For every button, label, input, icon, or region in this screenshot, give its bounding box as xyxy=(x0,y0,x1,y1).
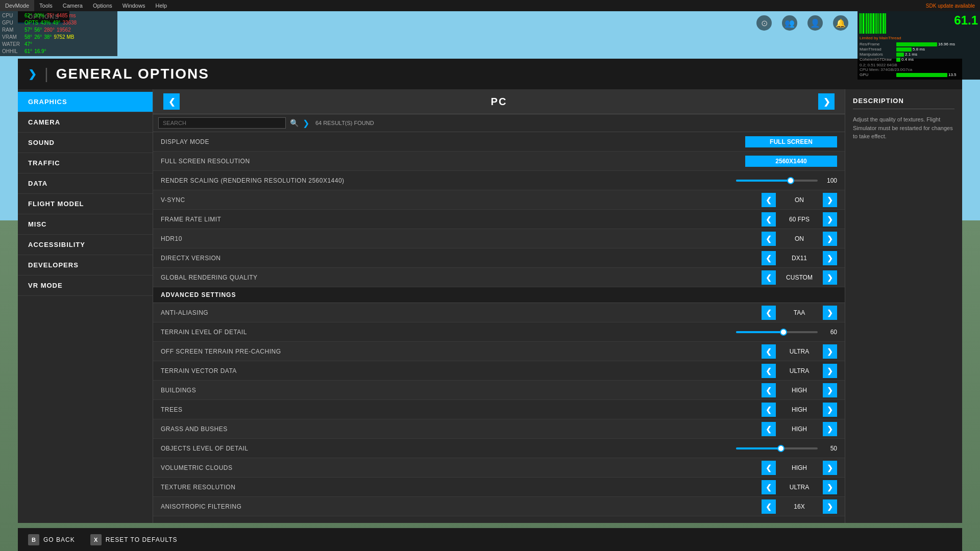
volumetric-clouds-next-button[interactable]: ❯ xyxy=(823,461,837,475)
volumetric-clouds-prev-button[interactable]: ❮ xyxy=(762,461,776,475)
offscreen-terrain-label: OFF SCREEN TERRAIN PRE-CACHING xyxy=(161,348,735,355)
texture-res-next-button[interactable]: ❯ xyxy=(823,480,837,494)
fullscreen-res-value[interactable]: 2560X1440 xyxy=(745,156,837,167)
search-icon: 🔍 xyxy=(290,119,299,127)
hdr10-next-button[interactable]: ❯ xyxy=(823,232,837,246)
advanced-settings-header: ADVANCED SETTINGS xyxy=(153,287,845,303)
offscreen-terrain-next-button[interactable]: ❯ xyxy=(823,344,837,359)
grass-prev-button[interactable]: ❮ xyxy=(762,422,776,436)
sidebar-item-developers[interactable]: DEVELOPERS xyxy=(18,255,153,276)
global-render-prev-button[interactable]: ❮ xyxy=(762,270,776,285)
grass-control: ❮ HIGH ❯ xyxy=(735,422,837,436)
texture-res-prev-button[interactable]: ❮ xyxy=(762,480,776,494)
render-scaling-thumb[interactable] xyxy=(787,177,794,184)
setting-objects-lod: OBJECTS LEVEL OF DETAIL 50 xyxy=(153,439,845,458)
fps-display: 61.1 xyxy=(954,13,978,28)
menu-windows[interactable]: Windows xyxy=(117,0,151,11)
offscreen-terrain-value: ULTRA xyxy=(779,348,820,355)
render-scaling-label: RENDER SCALING (RENDERING RESOLUTION 256… xyxy=(161,177,725,184)
menu-help[interactable]: Help xyxy=(150,0,172,11)
objects-lod-thumb[interactable] xyxy=(777,445,785,452)
buildings-next-button[interactable]: ❯ xyxy=(823,383,837,397)
search-input[interactable] xyxy=(158,117,286,129)
render-scaling-track[interactable] xyxy=(736,180,818,182)
frame-rate-control: ❮ 60 FPS ❯ xyxy=(735,212,837,227)
buildings-value: HIGH xyxy=(779,387,820,394)
platform-next-button[interactable]: ❯ xyxy=(818,93,835,110)
hdr10-prev-button[interactable]: ❮ xyxy=(762,232,776,246)
reset-defaults-label: RESET TO DEFAULTS xyxy=(106,536,178,543)
fullscreen-res-label: FULL SCREEN RESOLUTION xyxy=(161,158,735,165)
sidebar-item-flight-model[interactable]: FLIGHT MODEL xyxy=(18,194,153,214)
objects-lod-fill xyxy=(736,447,781,449)
menu-tools[interactable]: Tools xyxy=(34,0,58,11)
trees-control: ❮ HIGH ❯ xyxy=(735,403,837,417)
sidebar-item-sound[interactable]: SOUND xyxy=(18,133,153,153)
setting-texture-res: TEXTURE RESOLUTION ❮ ULTRA ❯ xyxy=(153,478,845,497)
menu-devmode[interactable]: DevMode xyxy=(0,0,34,11)
header-separator: | xyxy=(44,65,48,83)
terrain-vector-prev-button[interactable]: ❮ xyxy=(762,364,776,378)
bell-icon[interactable]: 🔔 xyxy=(833,15,848,31)
platform-nav: ❮ PC ❯ xyxy=(153,89,845,114)
directx-label: DIRECTX VERSION xyxy=(161,255,735,262)
terrain-lod-control: 60 xyxy=(725,329,837,336)
setting-hdr10: HDR10 ❮ ON ❯ xyxy=(153,229,845,248)
offscreen-terrain-prev-button[interactable]: ❮ xyxy=(762,344,776,359)
trees-value: HIGH xyxy=(779,406,820,413)
go-back-button[interactable]: B GO BACK xyxy=(28,534,75,545)
vsync-label: V-SYNC xyxy=(161,196,735,204)
terrain-lod-thumb[interactable] xyxy=(780,329,787,336)
frame-rate-next-button[interactable]: ❯ xyxy=(823,212,837,227)
sidebar-item-vr-mode[interactable]: VR MODE xyxy=(18,276,153,296)
terrain-vector-next-button[interactable]: ❯ xyxy=(823,364,837,378)
terrain-lod-value: 60 xyxy=(822,329,837,336)
vsync-prev-button[interactable]: ❮ xyxy=(762,193,776,207)
volumetric-clouds-control: ❮ HIGH ❯ xyxy=(735,461,837,475)
sidebar-item-accessibility[interactable]: ACCESSIBILITY xyxy=(18,235,153,255)
reset-defaults-button[interactable]: X RESET TO DEFAULTS xyxy=(90,534,178,545)
global-render-label: GLOBAL RENDERING QUALITY xyxy=(161,274,735,281)
trees-next-button[interactable]: ❯ xyxy=(823,403,837,417)
sidebar-item-traffic[interactable]: TRAFFIC xyxy=(18,153,153,173)
anisotropic-next-button[interactable]: ❯ xyxy=(823,499,837,514)
sidebar-item-camera[interactable]: CAMERA xyxy=(18,112,153,133)
fullscreen-res-control: 2560X1440 xyxy=(735,156,837,167)
setting-directx: DIRECTX VERSION ❮ DX11 ❯ xyxy=(153,248,845,268)
directx-next-button[interactable]: ❯ xyxy=(823,251,837,265)
display-mode-value[interactable]: FULL SCREEN xyxy=(745,136,837,147)
render-scaling-fill xyxy=(736,180,791,182)
group-icon[interactable]: 👥 xyxy=(782,15,797,31)
options-panel: ❯ | GENERAL OPTIONS GRAPHICS CAMERA SOUN… xyxy=(18,59,962,523)
buildings-prev-button[interactable]: ❮ xyxy=(762,383,776,397)
user-icon[interactable]: 👤 xyxy=(807,15,823,31)
texture-res-label: TEXTURE RESOLUTION xyxy=(161,484,735,491)
objects-lod-track[interactable] xyxy=(736,447,818,449)
frame-rate-prev-button[interactable]: ❮ xyxy=(762,212,776,227)
menu-options[interactable]: Options xyxy=(88,0,117,11)
frame-rate-value: 60 FPS xyxy=(779,216,820,223)
directx-prev-button[interactable]: ❮ xyxy=(762,251,776,265)
sidebar-item-misc[interactable]: MISC xyxy=(18,214,153,235)
profile-icon[interactable]: ⊙ xyxy=(756,15,772,31)
go-back-label: GO BACK xyxy=(43,536,75,543)
grass-next-button[interactable]: ❯ xyxy=(823,422,837,436)
setting-render-scaling: RENDER SCALING (RENDERING RESOLUTION 256… xyxy=(153,171,845,190)
menu-camera[interactable]: Camera xyxy=(58,0,88,11)
center-panel: ❮ PC ❯ 🔍 ❯ 64 RESULT(S) FOUND DISPLAY MO… xyxy=(153,89,845,523)
description-title: DESCRIPTION xyxy=(853,97,954,109)
go-back-icon: B xyxy=(28,534,39,545)
sidebar-item-data[interactable]: DATA xyxy=(18,173,153,194)
anisotropic-prev-button[interactable]: ❮ xyxy=(762,499,776,514)
anti-aliasing-next-button[interactable]: ❯ xyxy=(823,306,837,320)
terrain-lod-track[interactable] xyxy=(736,331,818,333)
platform-prev-button[interactable]: ❮ xyxy=(163,93,180,110)
trees-label: TREES xyxy=(161,406,735,413)
sidebar-item-graphics[interactable]: GRAPHICS xyxy=(18,92,153,112)
description-text: Adjust the quality of textures. Flight S… xyxy=(853,115,954,141)
vsync-next-button[interactable]: ❯ xyxy=(823,193,837,207)
trees-prev-button[interactable]: ❮ xyxy=(762,403,776,417)
global-render-next-button[interactable]: ❯ xyxy=(823,270,837,285)
setting-trees: TREES ❮ HIGH ❯ xyxy=(153,400,845,419)
anti-aliasing-prev-button[interactable]: ❮ xyxy=(762,306,776,320)
